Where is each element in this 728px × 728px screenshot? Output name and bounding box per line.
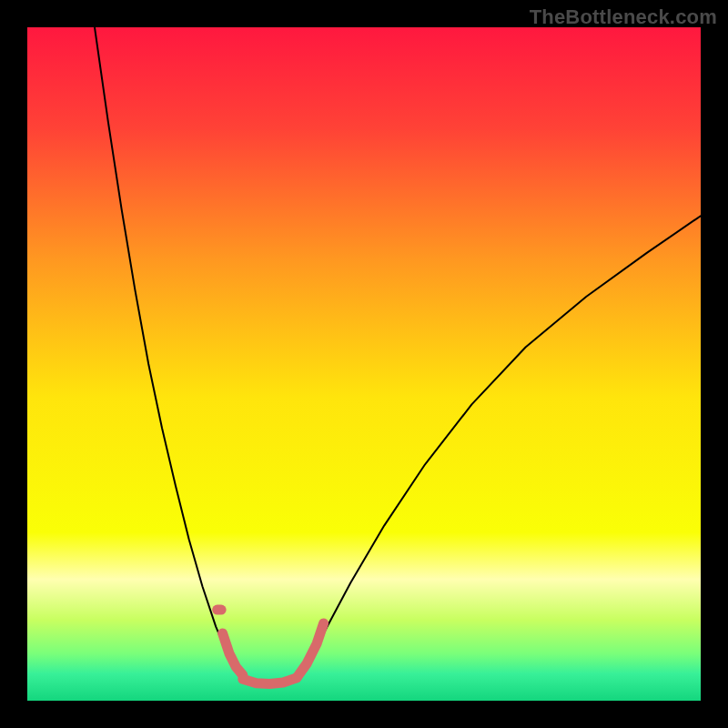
plot-area bbox=[27, 27, 701, 701]
watermark-text: TheBottleneck.com bbox=[530, 5, 717, 29]
chart-frame: TheBottleneck.com bbox=[0, 0, 728, 728]
series-bottom-flat-overlay bbox=[243, 678, 297, 684]
series-right-thick-overlay bbox=[297, 623, 324, 678]
series-left-thick-overlay bbox=[223, 633, 243, 675]
curve-layer bbox=[27, 27, 701, 701]
series-right-arm bbox=[303, 216, 701, 667]
series-left-arm bbox=[95, 27, 236, 667]
